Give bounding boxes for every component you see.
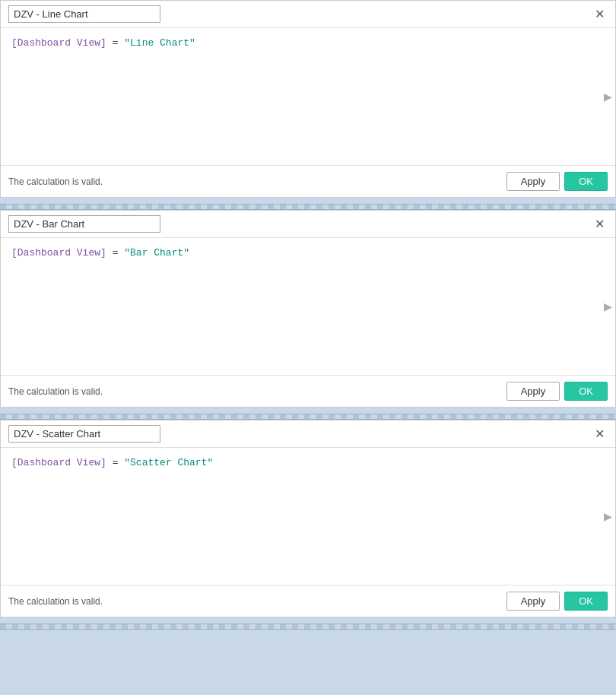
formula-value-scatter: "Scatter Chart" [124,457,213,468]
panel-bar-chart: ✕ [Dashboard View] = "Bar Chart" ▶ The c… [0,210,616,408]
divider-band-2 [0,414,616,420]
panel-content-scatter: [Dashboard View] = "Scatter Chart" ▶ [1,448,615,585]
panel-title-input-scatter[interactable] [8,425,160,443]
apply-button-bar[interactable]: Apply [506,382,560,401]
formula-bar: [Dashboard View] = "Bar Chart" [11,246,605,261]
panel-line-chart: ✕ [Dashboard View] = "Line Chart" ▶ The … [0,0,616,198]
panel-header-line: ✕ [1,1,615,28]
panel-header-bar: ✕ [1,211,615,238]
panel-title-input-line[interactable] [8,5,160,23]
divider-band-1 [0,204,616,210]
panel-footer-bar: The calculation is valid. Apply OK [1,375,615,407]
panels-container: ✕ [Dashboard View] = "Line Chart" ▶ The … [0,0,616,630]
formula-operator-line: = [106,37,124,49]
formula-scatter: [Dashboard View] = "Scatter Chart" [11,455,605,471]
divider-band-3 [0,624,616,630]
panel-content-line: [Dashboard View] = "Line Chart" ▶ [1,28,615,165]
footer-buttons-scatter: Apply OK [506,592,608,611]
scroll-indicator-line: ▶ [604,90,612,103]
formula-field-bar: [Dashboard View] [11,247,106,259]
formula-field-scatter: [Dashboard View] [11,457,106,468]
formula-field-line: [Dashboard View] [11,37,106,49]
validity-text-scatter: The calculation is valid. [8,596,103,607]
ok-button-line[interactable]: OK [564,172,608,191]
close-button-scatter[interactable]: ✕ [592,428,608,440]
apply-button-scatter[interactable]: Apply [506,592,560,611]
close-button-line[interactable]: ✕ [592,8,608,21]
apply-button-line[interactable]: Apply [506,172,560,191]
formula-operator-scatter: = [106,457,124,468]
formula-operator-bar: = [106,247,124,259]
formula-line: [Dashboard View] = "Line Chart" [11,36,605,51]
panel-footer-scatter: The calculation is valid. Apply OK [1,585,615,617]
footer-buttons-line: Apply OK [506,172,608,191]
validity-text-line: The calculation is valid. [8,176,103,187]
ok-button-bar[interactable]: OK [564,382,608,401]
scroll-indicator-scatter: ▶ [604,510,612,522]
panel-footer-line: The calculation is valid. Apply OK [1,165,615,197]
footer-buttons-bar: Apply OK [506,382,608,401]
panel-title-input-bar[interactable] [8,215,160,233]
scroll-indicator-bar: ▶ [604,300,612,313]
formula-value-line: "Line Chart" [124,37,195,49]
panel-content-bar: [Dashboard View] = "Bar Chart" ▶ [1,238,615,375]
ok-button-scatter[interactable]: OK [564,592,608,611]
formula-value-bar: "Bar Chart" [124,247,189,259]
close-button-bar[interactable]: ✕ [592,218,608,230]
validity-text-bar: The calculation is valid. [8,386,103,397]
panel-scatter-chart: ✕ [Dashboard View] = "Scatter Chart" ▶ T… [0,420,616,617]
panel-header-scatter: ✕ [1,420,615,448]
